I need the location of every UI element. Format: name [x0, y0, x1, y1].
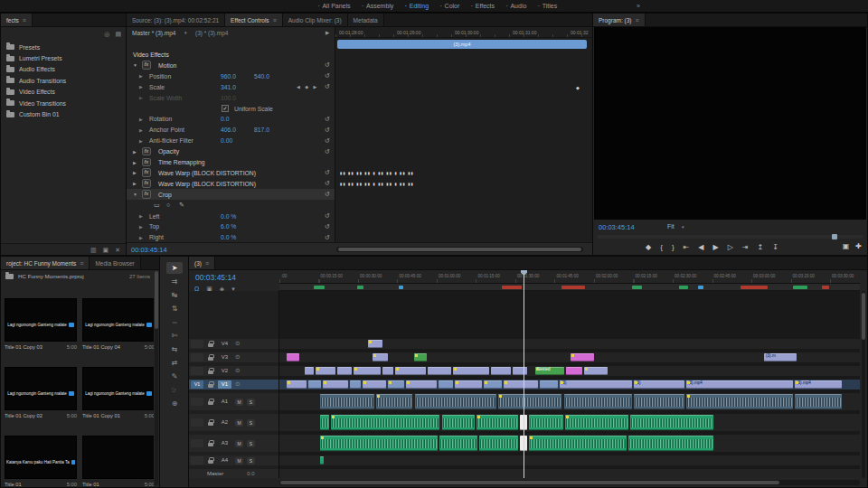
tab-sequence[interactable]: (3) ≡ [189, 257, 215, 269]
twirl-icon[interactable]: ▶ [133, 160, 137, 165]
twirl-icon[interactable]: ▶ [139, 73, 143, 79]
project-item[interactable]: Lagi ngomongin Ganteng malateTitle 01 Co… [5, 298, 77, 354]
timeline-clip[interactable] [630, 415, 713, 430]
workspace-tab-color[interactable]: ▪Color [440, 3, 459, 9]
track-output-icon[interactable]: ⊙ [235, 341, 240, 347]
twirl-icon[interactable]: ▶ [133, 181, 137, 186]
timeline-clip[interactable] [354, 367, 381, 375]
source-patch-a2[interactable] [191, 418, 203, 427]
chevron-down-icon[interactable]: ▾ [682, 224, 684, 230]
timeline-clip[interactable] [428, 367, 451, 375]
track-select-forward-tool[interactable]: ⇉ [166, 276, 183, 287]
timeline-clip[interactable] [363, 380, 386, 389]
search-icon[interactable]: ◎ [104, 31, 109, 37]
param-value[interactable]: 341.0 [221, 84, 236, 90]
param-value[interactable]: 0.0 [221, 116, 229, 122]
rate-stretch-tool[interactable]: ⇔ [166, 316, 183, 328]
timeline-clip[interactable] [320, 436, 438, 451]
timeline-clip[interactable] [406, 380, 437, 389]
timeline-clip[interactable] [308, 380, 321, 389]
timeline-clip[interactable] [634, 394, 684, 409]
mask-tool-icon[interactable]: ▭ [154, 202, 160, 209]
reset-icon[interactable]: ↺ [325, 116, 330, 123]
project-item[interactable]: Lagi ngomongin Ganteng malateTitle 01 Co… [82, 298, 154, 354]
track-name[interactable]: A1 [218, 398, 231, 406]
delete-icon[interactable]: ✕ [115, 247, 120, 253]
zoom-scrollbar[interactable] [336, 247, 583, 252]
timeline-clip[interactable] [368, 340, 382, 348]
twirl-icon[interactable]: ▼ [133, 192, 137, 197]
program-scrub-bar[interactable] [597, 235, 863, 239]
slide-tool[interactable]: ⇄ [166, 357, 183, 369]
timeline-clip[interactable] [323, 380, 348, 389]
track-lock-icon[interactable] [207, 353, 214, 362]
tab-program[interactable]: Program: (3) ≡ [593, 14, 646, 26]
timeline-clip[interactable] [331, 415, 439, 430]
timeline-clip[interactable] [376, 394, 412, 409]
playhead-line[interactable] [524, 270, 524, 478]
timeline-clip[interactable] [504, 380, 538, 389]
timeline-clip[interactable] [455, 380, 482, 389]
workspace-tab-titles[interactable]: ▪Titles [538, 3, 557, 9]
tab-media-browser[interactable]: Media Browser [90, 257, 140, 269]
track-name[interactable]: A3 [218, 439, 231, 447]
source-patch-a1[interactable] [191, 398, 203, 406]
timeline-clip[interactable] [566, 367, 582, 375]
tab-audio-clip-mixer[interactable]: Audio Clip Mixer: (3) [283, 14, 348, 26]
track-name[interactable]: V4 [218, 340, 231, 348]
timeline-clip[interactable] [320, 456, 324, 465]
timeline-clip[interactable] [565, 415, 628, 430]
param-value[interactable]: 960.0 [221, 73, 236, 80]
track-name[interactable]: V1 [218, 380, 231, 389]
twirl-icon[interactable]: ▶ [139, 213, 143, 219]
effects-bin-row[interactable]: Custom Bin 01 [1, 108, 126, 119]
twirl-icon[interactable]: ▶ [139, 224, 143, 230]
timeline-clip[interactable]: (3) [634, 380, 684, 389]
mask-tool-icon[interactable]: ✎ [179, 202, 184, 209]
timeline-clip[interactable] [316, 367, 335, 375]
timeline-clip[interactable]: (3).m [764, 353, 797, 361]
workspace-tab-editing[interactable]: ▪Editing [405, 3, 429, 9]
reset-icon[interactable]: ↺ [325, 169, 330, 176]
track-name[interactable]: A4 [218, 456, 231, 465]
razor-tool[interactable]: ✄ [166, 330, 183, 342]
mute-button[interactable]: M [235, 440, 243, 447]
project-item[interactable]: Title 015:00 [82, 436, 154, 487]
tab-effects[interactable]: fects ≡ [1, 14, 33, 26]
mask-tool-icon[interactable]: ○ [166, 202, 170, 208]
track-lock-icon[interactable] [207, 367, 214, 376]
project-scrollbar[interactable] [155, 271, 158, 485]
header-arrow-icon[interactable]: ▶ [326, 30, 329, 35]
twirl-icon[interactable]: ▶ [133, 170, 137, 175]
scrollbar-thumb[interactable] [338, 248, 581, 251]
timeline-clip[interactable] [395, 367, 426, 375]
timeline-clip[interactable] [571, 353, 594, 361]
go-to-in-button[interactable]: ⇤ [684, 244, 690, 251]
export-frame-button[interactable]: ▣ [843, 243, 850, 250]
project-item[interactable]: Lagi ngomongin Ganteng malateTitle 01 Co… [5, 367, 77, 423]
source-patch-v3[interactable] [191, 353, 203, 361]
source-patch-a3[interactable] [191, 439, 203, 447]
tab-metadata[interactable]: Metadata [348, 14, 384, 26]
solo-button[interactable]: S [247, 399, 255, 406]
timeline-clip[interactable] [287, 380, 307, 389]
mute-button[interactable]: M [235, 419, 243, 427]
reset-icon[interactable]: ↺ [325, 137, 330, 145]
twirl-icon[interactable]: ▶ [139, 84, 143, 89]
reset-icon[interactable]: ↺ [325, 127, 330, 134]
keyframe-nav[interactable]: ◀ ◆ ▶ [297, 84, 318, 89]
panel-menu-icon[interactable]: ≡ [205, 260, 209, 267]
timeline-clip[interactable] [382, 367, 393, 375]
twirl-icon[interactable]: ▶ [139, 127, 143, 133]
track-output-icon[interactable]: ⊙ [235, 381, 240, 388]
new-custom-bin-icon[interactable]: ▥ [90, 247, 97, 253]
checkbox[interactable]: ✓ [222, 105, 229, 112]
track-name[interactable]: A2 [218, 418, 231, 427]
step-forward-button[interactable]: ▷ [728, 244, 733, 251]
timeline-clip[interactable] [320, 394, 374, 409]
play-button[interactable]: ▶ [712, 244, 718, 251]
reset-icon[interactable]: ↺ [325, 212, 330, 220]
timeline-clip[interactable] [415, 394, 496, 409]
reset-icon[interactable]: ↺ [325, 234, 330, 241]
chevron-down-icon[interactable]: ▾ [184, 30, 187, 35]
